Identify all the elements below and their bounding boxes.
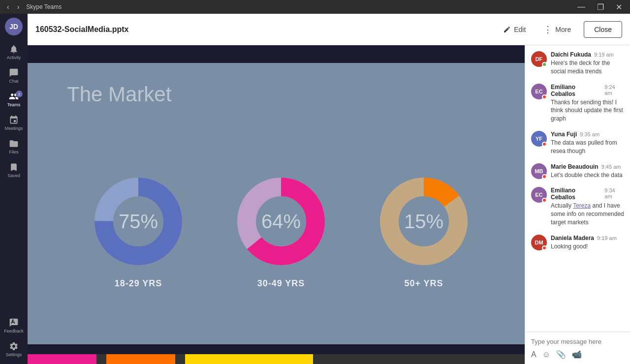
msg-content: Marie Beaudouin 9:45 am Let's double che… <box>551 163 624 180</box>
sidebar-item-chat[interactable]: Chat <box>2 65 26 87</box>
msg-link-tereza[interactable]: Tereza <box>573 202 591 209</box>
slide-container: The Market 75% <box>28 45 525 364</box>
avatar: EC <box>531 84 547 99</box>
list-item: YF Yuna Fuji 9:35 am The data was pulled… <box>531 131 624 155</box>
sidebar-label-saved: Saved <box>7 173 20 178</box>
msg-author: Yuna Fuji <box>551 131 577 138</box>
restore-button[interactable]: ❐ <box>593 2 608 12</box>
chat-messages: DF Daichi Fukuda 9:19 am Here's the deck… <box>525 45 630 332</box>
top-bar: 160532-SocialMedia.pptx Edit ⋮ More Clos… <box>28 14 630 45</box>
more-dots-icon: ⋮ <box>543 24 553 35</box>
status-badge <box>542 174 547 179</box>
donut-percent-18-29: 75% <box>119 210 158 232</box>
sidebar-label-feedback: Feedback <box>4 329 24 334</box>
msg-content: Emiliano Ceballos 9:24 am Thanks for sen… <box>551 84 624 123</box>
sidebar-item-saved[interactable]: Saved <box>2 159 26 181</box>
footer-bar-orange <box>106 354 175 364</box>
sidebar-item-meetings[interactable]: Meetings <box>2 112 26 134</box>
list-item: EC Emiliano Ceballos 9:34 am Actually Te… <box>531 187 624 226</box>
msg-header: Daniela Madera 9:19 am <box>551 235 624 242</box>
donut-percent-30-49: 64% <box>261 210 301 232</box>
sidebar-label-chat: Chat <box>9 79 18 84</box>
slide-footer <box>28 354 525 364</box>
msg-header: Marie Beaudouin 9:45 am <box>551 163 624 170</box>
app-title: Skype Teams <box>26 3 569 10</box>
title-bar: ‹ › Skype Teams — ❐ ✕ <box>0 0 630 14</box>
avatar: DM <box>531 235 547 250</box>
msg-content: Yuna Fuji 9:35 am The data was pulled fr… <box>551 131 624 155</box>
sidebar-item-teams[interactable]: 2 Teams <box>2 89 26 110</box>
chart-18-29: 75% 18-29 YRS <box>89 172 188 289</box>
sidebar: JD Activity Chat 2 Teams Meetings Files … <box>0 14 28 364</box>
title-bar-nav: ‹ › <box>4 2 22 12</box>
format-icon[interactable]: A <box>531 350 536 359</box>
sidebar-label-teams: Teams <box>7 102 21 107</box>
more-button[interactable]: ⋮ More <box>538 21 576 38</box>
close-window-button[interactable]: ✕ <box>612 2 626 12</box>
status-badge <box>542 94 547 99</box>
file-name: 160532-SocialMedia.pptx <box>35 25 498 34</box>
sidebar-label-files: Files <box>9 150 18 154</box>
sidebar-item-files[interactable]: Files <box>2 136 26 157</box>
msg-time: 9:19 am <box>594 52 614 58</box>
avatar: YF <box>531 131 547 147</box>
sidebar-label-settings: Settings <box>6 352 22 357</box>
chat-input-area: A ☺ 📎 📹 <box>525 332 630 364</box>
slide-top-bar <box>28 45 525 63</box>
nav-forward-button[interactable]: › <box>14 2 23 12</box>
msg-text: Let's double check the data <box>551 171 624 180</box>
slide-wrapper: The Market 75% <box>28 45 630 364</box>
footer-bar-pink <box>28 354 96 364</box>
list-item: DF Daichi Fukuda 9:19 am Here's the deck… <box>531 51 624 76</box>
donut-percent-50plus: 15% <box>404 210 443 232</box>
chart-caption-18-29: 18-29 YRS <box>115 278 162 289</box>
sidebar-item-settings[interactable]: Settings <box>2 338 26 360</box>
avatar: DF <box>531 51 547 67</box>
feedback-icon <box>9 318 19 328</box>
msg-text: Thanks for sending this! I think should … <box>551 98 624 123</box>
msg-header: Emiliano Ceballos 9:34 am <box>551 187 624 201</box>
emoji-icon[interactable]: ☺ <box>542 350 550 359</box>
chat-input[interactable] <box>531 338 624 345</box>
close-button[interactable]: Close <box>584 21 622 38</box>
slide-bottom-bar <box>28 344 525 354</box>
sidebar-item-activity[interactable]: Activity <box>2 41 26 63</box>
chart-caption-50plus: 50+ YRS <box>404 278 443 289</box>
msg-time: 9:45 am <box>601 164 621 170</box>
msg-author: Daichi Fukuda <box>551 51 591 58</box>
msg-header: Yuna Fuji 9:35 am <box>551 131 624 138</box>
msg-text: The data was pulled from resea though <box>551 139 624 155</box>
calendar-icon <box>9 115 19 125</box>
donut-50plus: 15% <box>375 172 473 271</box>
chat-icon <box>9 68 19 78</box>
avatar: EC <box>531 187 547 203</box>
top-bar-actions: Edit ⋮ More Close <box>498 21 622 38</box>
slide-content: The Market 75% <box>28 63 525 344</box>
msg-time: 9:35 am <box>580 131 599 137</box>
teams-badge: 2 <box>16 91 23 97</box>
chat-panel: DF Daichi Fukuda 9:19 am Here's the deck… <box>525 45 630 364</box>
settings-icon <box>9 341 19 351</box>
msg-content: Daniela Madera 9:19 am Looking good! <box>551 235 624 251</box>
msg-author: Emiliano Ceballos <box>551 84 601 97</box>
chat-toolbar: A ☺ 📎 📹 <box>531 350 624 359</box>
msg-content: Emiliano Ceballos 9:34 am Actually Terez… <box>551 187 624 226</box>
footer-bar-yellow <box>185 354 313 364</box>
donut-30-49: 64% <box>232 172 330 271</box>
edit-label: Edit <box>514 26 526 33</box>
status-badge <box>542 142 547 147</box>
attach-icon[interactable]: 📎 <box>556 350 566 359</box>
sidebar-item-feedback[interactable]: Feedback <box>2 315 26 336</box>
msg-header: Daichi Fukuda 9:19 am <box>551 51 624 58</box>
minimize-button[interactable]: — <box>573 2 589 12</box>
msg-time: 9:34 am <box>604 187 624 199</box>
avatar[interactable]: JD <box>5 18 23 35</box>
edit-button[interactable]: Edit <box>498 23 531 36</box>
msg-author: Daniela Madera <box>551 235 594 242</box>
nav-back-button[interactable]: ‹ <box>4 2 12 12</box>
msg-text: Actually Tereza and I have some info on … <box>551 202 624 226</box>
msg-author: Emiliano Ceballos <box>551 187 601 201</box>
status-badge <box>542 245 547 250</box>
more-label: More <box>555 26 571 33</box>
video-icon[interactable]: 📹 <box>572 350 582 359</box>
